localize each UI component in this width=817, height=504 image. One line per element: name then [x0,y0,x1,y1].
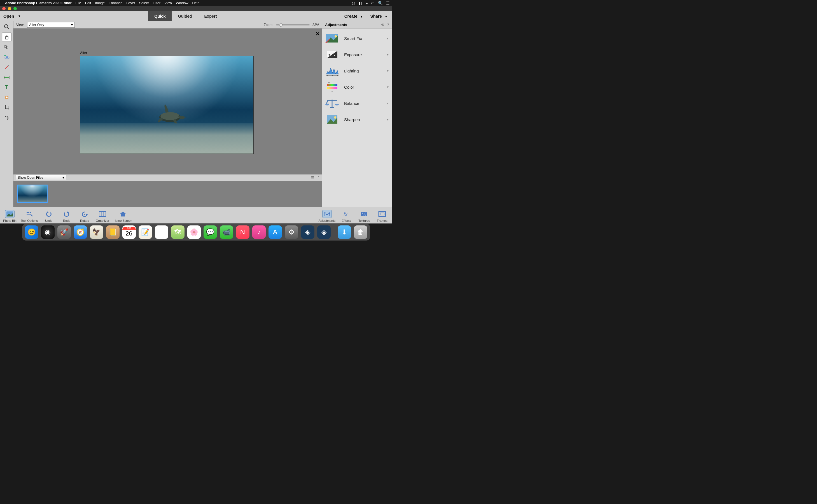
adjustment-color[interactable]: Color▼ [323,79,391,95]
dock-appstore[interactable]: A [269,225,282,239]
dock-pse-editor[interactable]: ◈ [317,225,331,239]
adjustments-icon [322,210,332,218]
zoom-slider-thumb[interactable] [279,23,283,27]
dock-contacts[interactable]: 📒 [106,225,119,239]
zoom-tool[interactable] [2,22,11,31]
zoom-slider[interactable] [276,24,310,25]
rotate-icon [80,210,89,218]
menu-file[interactable]: File [76,1,81,5]
control-center-icon[interactable]: ☰ [386,1,390,5]
dock-downloads[interactable]: ⬇ [338,225,351,239]
tab-quick[interactable]: Quick [148,11,171,21]
creative-cloud-icon[interactable]: ◎ [352,1,355,5]
help-icon[interactable]: ? [387,23,389,27]
action-label: Effects [342,219,351,222]
window-zoom-button[interactable] [13,7,17,10]
notification-icon[interactable]: ◧ [358,1,362,5]
dock-notes[interactable]: 📝 [138,225,152,239]
menu-help[interactable]: Help [192,1,199,5]
display-icon[interactable]: ▭ [371,1,375,5]
share-menu[interactable]: Share▼ [370,14,388,18]
tab-expert[interactable]: Expert [198,11,223,21]
svg-point-34 [335,104,339,105]
action-photobin[interactable]: Photo Bin [3,210,17,222]
adjustment-sharpen[interactable]: Sharpen▼ [323,111,391,128]
dock-finder[interactable]: 😊 [25,225,38,239]
photo-bin-thumbnail[interactable] [17,185,48,203]
action-adjustments[interactable]: Adjustments [318,210,335,222]
close-document-button[interactable]: ✕ [316,31,320,37]
dock-music[interactable]: ♪ [252,225,266,239]
action-label: Photo Bin [3,219,17,222]
straighten-tool[interactable] [2,73,11,82]
dock-facetime[interactable]: 📹 [220,225,233,239]
dock-safari[interactable]: 🧭 [74,225,87,239]
dock-launchpad[interactable]: 🚀 [57,225,71,239]
adjustment-balance[interactable]: Balance▼ [323,95,391,111]
move-tool[interactable] [2,113,11,122]
dock-news[interactable]: N [236,225,250,239]
menu-layer[interactable]: Layer [126,1,135,5]
menubar-app-name[interactable]: Adobe Photoshop Elements 2020 Editor [5,1,72,5]
adjustment-label: Exposure [344,52,386,57]
action-effects[interactable]: fxEffects [339,210,353,222]
tab-guided[interactable]: Guided [171,11,198,21]
dock-photos[interactable]: 🌸 [187,225,201,239]
action-tooloptions[interactable]: Tool Options [21,210,38,222]
redo-icon [62,210,71,218]
open-menu[interactable]: Open ▼ [0,11,27,21]
crop-tool[interactable] [2,103,11,112]
dock-calendar[interactable]: OCT 26 [122,225,136,239]
action-rotate[interactable]: Rotate [77,210,91,222]
adjustments-panel-title: Adjustments [325,23,347,27]
chevron-down-icon: ▼ [386,69,389,72]
type-tool[interactable]: T [2,83,11,92]
adjustment-exposure[interactable]: +-Exposure▼ [323,46,391,63]
bin-collapse-icon[interactable]: ˅ [318,176,320,180]
window-close-button[interactable] [2,7,6,10]
bluetooth-icon[interactable]: ⌁ [365,1,368,5]
hand-tool[interactable] [2,32,11,41]
reset-icon[interactable]: ⟲ [381,23,384,27]
action-frames[interactable]: Frames [375,210,389,222]
bin-list-icon[interactable]: ☰ [311,176,315,180]
chevron-down-icon: ▼ [386,118,389,121]
create-menu[interactable]: Create▼ [344,14,363,18]
window-minimize-button[interactable] [8,7,11,10]
adjustment-lighting[interactable]: Lighting▼ [323,63,391,79]
svg-point-4 [6,57,8,59]
redeye-tool[interactable]: + [2,53,11,62]
adjustment-smartfix[interactable]: Smart Fix▼ [323,30,391,46]
action-undo[interactable]: Undo [42,210,56,222]
photo-bin-select[interactable]: Show Open Files ▾ [16,175,66,180]
action-organizer[interactable]: Organizer [95,210,109,222]
dock-settings[interactable]: ⚙ [285,225,298,239]
dock-mail[interactable]: 🦅 [90,225,103,239]
dock-maps[interactable]: 🗺 [171,225,184,239]
action-home[interactable]: Home Screen [113,210,132,222]
dock-siri[interactable]: ◉ [41,225,55,239]
menu-view[interactable]: View [164,1,172,5]
view-select[interactable]: After Only ▾ [27,22,75,28]
dock-reminders[interactable]: ☑ [155,225,168,239]
whiten-tool[interactable] [2,63,11,72]
action-redo[interactable]: Redo [60,210,74,222]
action-textures[interactable]: Textures [357,210,371,222]
spot-heal-tool[interactable] [2,93,11,102]
spotlight-icon[interactable]: 🔍 [378,1,383,5]
menu-enhance[interactable]: Enhance [109,1,122,5]
menu-select[interactable]: Select [139,1,149,5]
menu-image[interactable]: Image [95,1,105,5]
document-image[interactable] [80,56,254,154]
menu-filter[interactable]: Filter [152,1,160,5]
menu-window[interactable]: Window [176,1,188,5]
menu-edit[interactable]: Edit [85,1,91,5]
dock-messages[interactable]: 💬 [203,225,217,239]
dock-wrap: 😊 ◉ 🚀 🧭 🦅 📒 OCT 26 📝 ☑ 🗺 🌸 💬 📹 N ♪ A ⚙ ◈… [0,223,392,242]
canvas-area[interactable]: ✕ After [13,29,322,174]
dock-pse-organizer[interactable]: ◈ [301,225,315,239]
balance-icon [325,97,339,109]
svg-rect-61 [328,213,330,214]
dock-trash[interactable]: 🗑 [354,225,367,239]
quick-select-tool[interactable] [2,43,11,51]
